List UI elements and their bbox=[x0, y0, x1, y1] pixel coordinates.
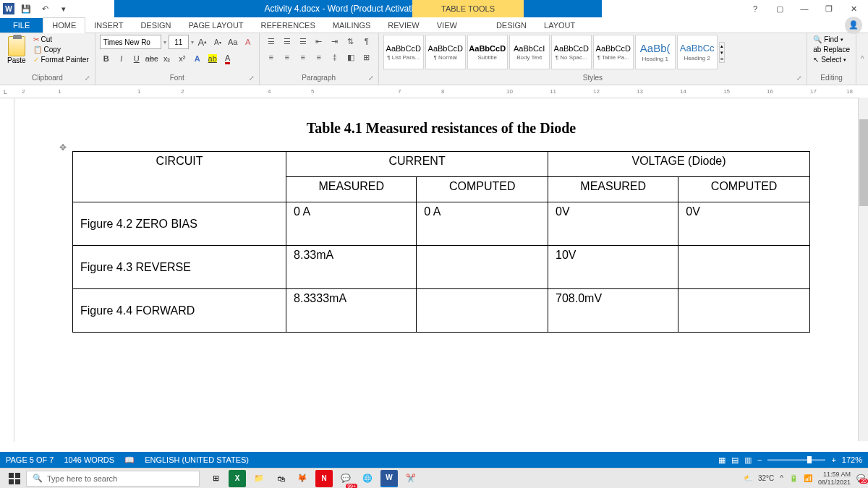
table-header[interactable]: CIRCUIT bbox=[73, 152, 286, 202]
underline-button[interactable]: U bbox=[130, 52, 143, 65]
zoom-level[interactable]: 172% bbox=[842, 455, 862, 464]
table-cell[interactable] bbox=[417, 289, 548, 333]
table-header[interactable]: COMPUTED bbox=[417, 177, 548, 202]
table-move-handle-icon[interactable]: ✥ bbox=[59, 142, 67, 153]
undo-icon[interactable]: ↶ bbox=[38, 1, 52, 16]
table-cell[interactable] bbox=[417, 246, 548, 289]
tray-chevron-icon[interactable]: ^ bbox=[780, 474, 783, 482]
vertical-ruler[interactable] bbox=[0, 98, 14, 442]
battery-icon[interactable]: 🔋 bbox=[789, 474, 798, 482]
qat-customize-icon[interactable]: ▾ bbox=[56, 1, 71, 16]
table-cell[interactable]: Figure 4.2 ZERO BIAS bbox=[73, 202, 286, 246]
style-subtitle[interactable]: AaBbCcDSubtitle bbox=[467, 35, 508, 69]
style-body-text[interactable]: AaBbCcIBody Text bbox=[509, 35, 550, 69]
copy-button[interactable]: 📋Copy bbox=[32, 45, 90, 54]
replace-button[interactable]: abReplace bbox=[812, 45, 851, 54]
save-icon[interactable]: 💾 bbox=[19, 1, 33, 16]
word-count[interactable]: 1046 WORDS bbox=[64, 455, 114, 465]
tab-review[interactable]: REVIEW bbox=[379, 18, 427, 33]
taskbar-search[interactable]: 🔍 Type here to search bbox=[26, 471, 200, 487]
zoom-out-button[interactable]: − bbox=[757, 455, 762, 464]
find-button[interactable]: 🔍Find▾ bbox=[812, 35, 851, 44]
bold-button[interactable]: B bbox=[100, 52, 113, 65]
change-case-button[interactable]: Aa bbox=[226, 35, 239, 48]
word-taskbar-icon[interactable]: W bbox=[380, 470, 398, 487]
table-caption[interactable]: Table 4.1 Measured resistances of the Di… bbox=[72, 120, 810, 137]
highlight-button[interactable]: ab bbox=[206, 52, 219, 65]
table-cell[interactable]: 0V bbox=[548, 202, 678, 246]
help-icon[interactable]: ? bbox=[746, 1, 764, 16]
font-color-button[interactable]: A bbox=[221, 52, 234, 65]
spellcheck-icon[interactable]: 📖 bbox=[124, 455, 135, 465]
sort-button[interactable]: ⇅ bbox=[344, 35, 358, 48]
select-button[interactable]: ↖Select▾ bbox=[812, 55, 851, 64]
notifications-icon[interactable]: 💬20 bbox=[856, 474, 865, 482]
language-status[interactable]: ENGLISH (UNITED STATES) bbox=[145, 455, 249, 465]
table-cell[interactable]: 0 A bbox=[417, 202, 548, 246]
borders-button[interactable]: ⊞ bbox=[359, 51, 374, 64]
paste-button[interactable]: Paste bbox=[4, 35, 29, 66]
font-size-input[interactable] bbox=[169, 35, 189, 49]
explorer-icon[interactable]: 📁 bbox=[250, 470, 268, 487]
style-heading1[interactable]: AaBb(Heading 1 bbox=[635, 35, 676, 69]
table-header[interactable]: CURRENT bbox=[286, 152, 548, 177]
line-spacing-button[interactable]: ‡ bbox=[328, 51, 342, 64]
table-cell[interactable]: Figure 4.3 REVERSE bbox=[73, 246, 286, 289]
table-cell[interactable]: 708.0mV bbox=[548, 289, 678, 333]
tab-design[interactable]: DESIGN bbox=[132, 18, 179, 33]
style-table-para[interactable]: AaBbCcD¶ Table Pa... bbox=[593, 35, 634, 69]
superscript-button[interactable]: x² bbox=[176, 52, 189, 65]
account-icon[interactable]: 👤 bbox=[845, 17, 868, 34]
app-icon[interactable]: 💬99+ bbox=[337, 470, 354, 487]
store-icon[interactable]: 🛍 bbox=[272, 470, 289, 487]
styles-launcher-icon[interactable]: ⤢ bbox=[796, 74, 802, 82]
table-cell[interactable] bbox=[678, 246, 810, 289]
web-layout-icon[interactable]: ▥ bbox=[744, 455, 752, 465]
table-header[interactable]: VOLTAGE (Diode) bbox=[548, 152, 810, 177]
document-page[interactable]: Table 4.1 Measured resistances of the Di… bbox=[14, 98, 868, 442]
grow-font-button[interactable]: A▴ bbox=[196, 35, 209, 48]
bullets-button[interactable]: ☰ bbox=[264, 35, 278, 48]
justify-button[interactable]: ≡ bbox=[312, 51, 326, 64]
clear-format-button[interactable]: A bbox=[242, 35, 255, 48]
ribbon-display-icon[interactable]: ▢ bbox=[771, 1, 788, 16]
wifi-icon[interactable]: 📶 bbox=[804, 474, 812, 482]
style-heading2[interactable]: AaBbCcHeading 2 bbox=[677, 35, 718, 69]
show-marks-button[interactable]: ¶ bbox=[359, 35, 374, 48]
tab-table-layout[interactable]: LAYOUT bbox=[535, 18, 584, 33]
tab-page-layout[interactable]: PAGE LAYOUT bbox=[180, 18, 252, 33]
chevron-down-icon[interactable]: ▾ bbox=[191, 39, 194, 46]
align-left-button[interactable]: ≡ bbox=[264, 51, 278, 64]
table-cell[interactable]: 0V bbox=[678, 202, 810, 246]
styles-gallery[interactable]: AaBbCcD¶ List Para... AaBbCcD¶ Normal Aa… bbox=[383, 35, 725, 69]
horizontal-ruler[interactable]: L 2 1 1 2 4 5 7 8 10 11 12 13 14 15 16 1… bbox=[0, 85, 868, 98]
shrink-font-button[interactable]: A▾ bbox=[211, 35, 224, 48]
shading-button[interactable]: ◧ bbox=[344, 51, 358, 64]
increase-indent-button[interactable]: ⇥ bbox=[328, 35, 342, 48]
table-header[interactable]: COMPUTED bbox=[678, 177, 810, 202]
zoom-slider[interactable] bbox=[767, 459, 825, 461]
print-layout-icon[interactable]: ▤ bbox=[731, 455, 739, 465]
format-painter-button[interactable]: ✓Format Painter bbox=[32, 55, 90, 64]
close-icon[interactable]: ✕ bbox=[845, 1, 862, 16]
multilevel-button[interactable]: ☰ bbox=[296, 35, 310, 48]
tab-references[interactable]: REFERENCES bbox=[252, 18, 324, 33]
text-effects-button[interactable]: A bbox=[191, 52, 204, 65]
styles-more-button[interactable]: ▴▾≡ bbox=[719, 42, 725, 63]
font-name-input[interactable] bbox=[100, 35, 161, 49]
edge-icon[interactable]: 🌐 bbox=[359, 470, 376, 487]
start-button[interactable] bbox=[3, 470, 26, 487]
table-cell[interactable] bbox=[678, 289, 810, 333]
collapse-ribbon-icon[interactable]: ^ bbox=[856, 33, 868, 85]
vertical-scrollbar[interactable] bbox=[858, 98, 868, 441]
table-header[interactable]: MEASURED bbox=[286, 177, 417, 202]
table-cell[interactable]: 8.3333mA bbox=[286, 289, 417, 333]
temperature[interactable]: 32°C bbox=[758, 474, 774, 482]
tab-table-design[interactable]: DESIGN bbox=[488, 18, 535, 33]
tab-mailings[interactable]: MAILINGS bbox=[324, 18, 380, 33]
clipboard-launcher-icon[interactable]: ⤢ bbox=[85, 74, 90, 82]
table-cell[interactable]: 10V bbox=[548, 246, 678, 289]
restore-icon[interactable]: ❐ bbox=[820, 1, 838, 16]
style-list-para[interactable]: AaBbCcD¶ List Para... bbox=[383, 35, 424, 69]
zoom-in-button[interactable]: + bbox=[831, 455, 835, 464]
